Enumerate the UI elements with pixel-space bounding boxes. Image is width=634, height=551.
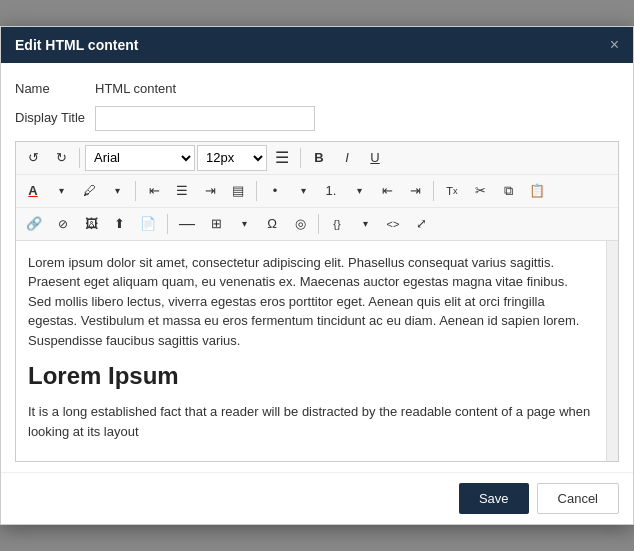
num-dropdown[interactable]: ▾ [346,178,372,204]
align-left-button[interactable]: ⇤ [141,178,167,204]
underline-button[interactable]: U [362,145,388,171]
editor-paragraph-2: It is a long established fact that a rea… [28,402,594,441]
link-button[interactable]: 🔗 [20,211,48,237]
editor-container: ↺ ↻ Arial Times New Roman Courier Georgi… [15,141,619,463]
modal-title: Edit HTML content [15,37,138,53]
remove-format-button[interactable]: Tx [439,178,465,204]
toolbar-row-2: A ▾ 🖊 ▾ ⇤ ☰ ⇥ ▤ • ▾ 1. ▾ ⇤ ⇥ [16,175,618,208]
toolbar: ↺ ↻ Arial Times New Roman Courier Georgi… [16,142,618,241]
hr-button[interactable]: — [173,211,201,237]
target-button[interactable]: ◎ [287,211,313,237]
file-button[interactable]: 📄 [134,211,162,237]
bullet-dropdown[interactable]: ▾ [290,178,316,204]
highlight-dropdown[interactable]: ▾ [104,178,130,204]
close-button[interactable]: × [610,37,619,53]
paste-button[interactable]: 📋 [523,178,551,204]
divider-7 [318,214,319,234]
save-button[interactable]: Save [459,483,529,514]
toolbar-row-3: 🔗 ⊘ 🖼 ⬆ 📄 — ⊞ ▾ Ω ◎ {} ▾ <> ⤢ [16,208,618,240]
font-color-button[interactable]: A [20,178,46,204]
scrollbar[interactable] [606,241,618,462]
outdent-button[interactable]: ⇤ [374,178,400,204]
display-title-input[interactable] [95,106,315,131]
copy-button[interactable]: ⧉ [495,178,521,204]
align-right-button[interactable]: ⇥ [197,178,223,204]
editor-heading: Lorem Ipsum [28,358,594,394]
source-button[interactable]: <> [380,211,406,237]
modal-footer: Save Cancel [1,472,633,524]
editor-outer: Lorem ipsum dolor sit amet, consectetur … [16,241,618,462]
italic-button[interactable]: I [334,145,360,171]
fullscreen-button[interactable]: ⤢ [408,211,434,237]
line-spacing-button[interactable]: ☰ [269,145,295,171]
num-list-button[interactable]: 1. [318,178,344,204]
font-select[interactable]: Arial Times New Roman Courier Georgia Ve… [85,145,195,171]
name-label: Name [15,77,95,96]
divider-4 [256,181,257,201]
upload-button[interactable]: ⬆ [106,211,132,237]
bold-button[interactable]: B [306,145,332,171]
image-button[interactable]: 🖼 [78,211,104,237]
indent-button[interactable]: ⇥ [402,178,428,204]
font-color-dropdown[interactable]: ▾ [48,178,74,204]
name-field-row: Name HTML content [15,77,619,96]
highlight-button[interactable]: 🖊 [76,178,102,204]
editor-content[interactable]: Lorem ipsum dolor sit amet, consectetur … [16,241,606,462]
display-title-label: Display Title [15,106,95,125]
display-title-field-row: Display Title [15,106,619,131]
special-char-button[interactable]: Ω [259,211,285,237]
table-button[interactable]: ⊞ [203,211,229,237]
divider-1 [79,148,80,168]
unlink-button[interactable]: ⊘ [50,211,76,237]
divider-2 [300,148,301,168]
bullet-list-button[interactable]: • [262,178,288,204]
cancel-button[interactable]: Cancel [537,483,619,514]
table-dropdown[interactable]: ▾ [231,211,257,237]
modal-header: Edit HTML content × [1,27,633,63]
size-select[interactable]: 8px 10px 12px 14px 16px 18px 24px 36px [197,145,267,171]
name-value: HTML content [95,77,176,96]
divider-5 [433,181,434,201]
toolbar-row-1: ↺ ↻ Arial Times New Roman Courier Georgi… [16,142,618,175]
align-center-button[interactable]: ☰ [169,178,195,204]
edit-html-modal: Edit HTML content × Name HTML content Di… [0,26,634,526]
redo-button[interactable]: ↻ [48,145,74,171]
cut-button[interactable]: ✂ [467,178,493,204]
modal-body: Name HTML content Display Title ↺ ↻ Aria… [1,63,633,473]
template-dropdown[interactable]: ▾ [352,211,378,237]
editor-paragraph-1: Lorem ipsum dolor sit amet, consectetur … [28,253,594,351]
divider-3 [135,181,136,201]
align-justify-button[interactable]: ▤ [225,178,251,204]
divider-6 [167,214,168,234]
undo-button[interactable]: ↺ [20,145,46,171]
template-button[interactable]: {} [324,211,350,237]
